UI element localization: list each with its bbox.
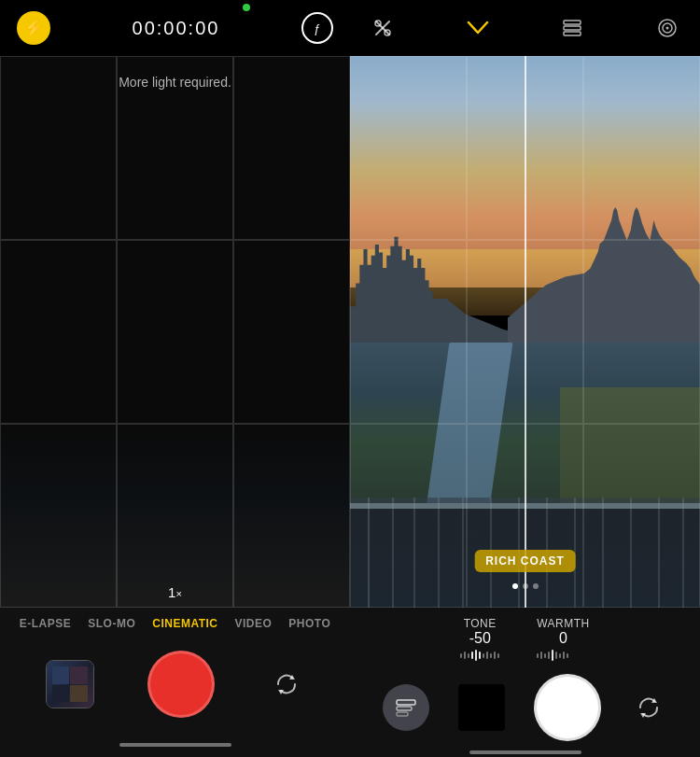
status-dot-left: [243, 4, 250, 11]
mode-tab-slomo[interactable]: SLO-MO: [88, 617, 135, 630]
svg-rect-13: [397, 707, 412, 710]
light-warning-text: More light required.: [119, 75, 231, 90]
record-button[interactable]: [147, 651, 215, 718]
tone-warmth-row: TONE -50 WARMTH 0: [350, 608, 700, 665]
tick: [563, 652, 565, 659]
left-bottom-bar: E-LAPSE SLO-MO CINEMATIC VIDEO PHOTO: [0, 608, 350, 757]
right-rotate-button[interactable]: [630, 689, 667, 726]
mode-tab-photo[interactable]: PHOTO: [288, 617, 330, 630]
svg-rect-7: [564, 26, 581, 30]
filter-badge-label: RICH COAST: [485, 554, 565, 568]
tone-label: TONE: [460, 617, 499, 630]
grid-cell: [0, 240, 117, 424]
chevron-down-button[interactable]: [462, 12, 494, 44]
tick: [497, 653, 499, 658]
thumbnail-button[interactable]: [46, 660, 94, 708]
grid-cell: [233, 240, 350, 424]
airplay-button[interactable]: [367, 12, 399, 44]
right-viewfinder[interactable]: RICH COAST: [350, 56, 700, 608]
flash-icon: ⚡: [23, 18, 44, 38]
right-bottom-controls: TONE -50 WARMTH 0: [350, 608, 700, 757]
right-shutter-button[interactable]: [534, 674, 601, 741]
warmth-control: WARMTH 0: [537, 617, 590, 661]
warmth-value: 0: [537, 630, 590, 647]
left-grid-overlay: [0, 56, 350, 608]
tools-icon: [371, 17, 394, 39]
filter-stack-button[interactable]: [383, 684, 429, 731]
home-bar-right: [350, 750, 700, 757]
flip-camera-icon: [273, 671, 300, 697]
svg-rect-6: [564, 21, 581, 24]
home-indicator: [119, 743, 231, 747]
tick: [490, 653, 492, 658]
flash-button[interactable]: ⚡: [17, 11, 50, 45]
mode-tab-elapse[interactable]: E-LAPSE: [20, 617, 72, 630]
right-flip-icon: [636, 694, 662, 721]
grid-cell: [233, 424, 350, 608]
filter-badge[interactable]: RICH COAST: [474, 550, 576, 572]
tick: [464, 652, 466, 659]
target-icon: [656, 17, 679, 39]
left-top-bar: ⚡ 00:00:00 ƒ: [0, 0, 350, 56]
left-camera-panel: ⚡ 00:00:00 ƒ More light required. 1× E-L…: [0, 0, 350, 757]
mode-tabs: E-LAPSE SLO-MO CINEMATIC VIDEO PHOTO: [0, 608, 350, 630]
right-controls: [350, 665, 700, 750]
timer-display: 00:00:00: [133, 18, 220, 39]
left-controls: [0, 630, 350, 738]
layers-icon: [561, 17, 583, 39]
tick: [460, 653, 462, 658]
tick: [483, 653, 484, 658]
tick: [486, 652, 488, 659]
carousel-dot-2[interactable]: [523, 583, 528, 589]
warmth-label: WARMTH: [537, 617, 590, 630]
svg-point-11: [665, 27, 668, 30]
carousel-dot-3[interactable]: [533, 583, 539, 589]
grid-cell: [233, 56, 350, 240]
tone-bar[interactable]: [460, 650, 499, 661]
right-top-bar: [350, 0, 700, 56]
zoom-indicator: 1×: [168, 584, 182, 600]
tick: [494, 652, 496, 659]
focus-target-button[interactable]: [651, 12, 683, 44]
svg-rect-8: [564, 32, 581, 35]
tick: [555, 652, 557, 659]
svg-rect-14: [397, 712, 408, 716]
tick: [567, 653, 568, 658]
layers-button[interactable]: [556, 12, 588, 44]
tick: [559, 653, 561, 658]
tick: [468, 653, 469, 658]
carousel-dots: [512, 583, 539, 589]
thumbnail-preview: [47, 661, 93, 708]
fps-button[interactable]: ƒ: [301, 12, 333, 44]
warmth-bar[interactable]: [537, 650, 590, 661]
flip-camera-button[interactable]: [268, 666, 305, 703]
zoom-suffix: ×: [175, 588, 181, 599]
fps-icon: ƒ: [314, 21, 320, 35]
tick: [475, 650, 477, 661]
grid-cell: [117, 424, 233, 608]
home-indicator-right: [469, 750, 581, 754]
grid-cell: [0, 56, 117, 240]
mode-tab-video[interactable]: VIDEO: [235, 617, 273, 630]
split-line: [525, 56, 526, 608]
grid-cell: [0, 424, 117, 608]
tick: [540, 652, 542, 659]
tone-value: -50: [460, 630, 499, 647]
tick: [548, 652, 550, 659]
right-camera-panel: RICH COAST TONE -50: [350, 0, 700, 757]
tick: [552, 650, 553, 661]
grid-cell: [117, 240, 233, 424]
tick: [537, 653, 539, 658]
svg-rect-12: [397, 700, 415, 705]
carousel-dot-1[interactable]: [512, 583, 518, 589]
mode-tab-cinematic[interactable]: CINEMATIC: [152, 617, 217, 630]
filter-layers-icon: [394, 695, 418, 720]
chevron-down-icon: [467, 21, 489, 35]
tick: [544, 653, 546, 658]
tone-control: TONE -50: [460, 617, 499, 661]
left-viewfinder[interactable]: More light required. 1×: [0, 56, 350, 608]
home-bar-left: [119, 738, 231, 757]
tick: [471, 652, 473, 659]
tick: [479, 652, 481, 659]
black-square-control[interactable]: [458, 684, 505, 731]
